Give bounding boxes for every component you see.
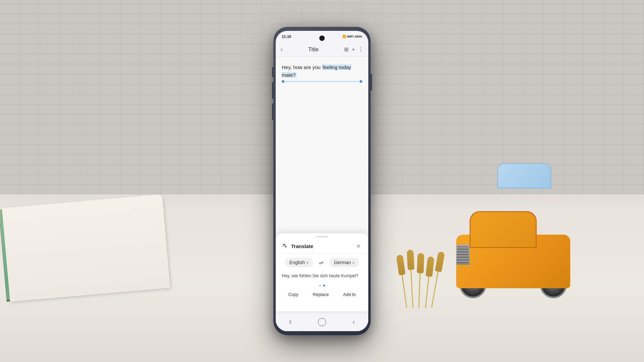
translated-text: Hey, wie fühlen Sie sich heute Kumpel? — [282, 273, 358, 278]
back-nav-icon[interactable]: ‹ — [353, 318, 355, 326]
camera-hole — [319, 36, 325, 41]
note-text-before: Hey, how are you — [282, 64, 322, 70]
bottom-navigation: ⦀ ‹ — [276, 312, 368, 331]
translate-header: Translate ✕ — [276, 237, 368, 254]
back-button[interactable]: ‹ — [280, 45, 283, 54]
menu-nav-icon[interactable]: ⦀ — [289, 319, 291, 325]
add-icon[interactable]: + — [352, 47, 355, 53]
selection-line — [282, 80, 362, 83]
magazine-pages — [2, 194, 171, 302]
add-to-button[interactable]: Add to — [338, 290, 361, 299]
target-language-label: German — [334, 260, 351, 265]
source-language-button[interactable]: English ∨ — [285, 258, 313, 267]
volume-up-button — [272, 82, 273, 99]
volume-silent-button — [272, 67, 273, 77]
replace-button[interactable]: Replace — [308, 290, 334, 299]
power-button — [371, 74, 372, 90]
translate-title: Translate — [291, 243, 313, 249]
dot-2 — [323, 285, 325, 287]
translation-result: Hey, wie fühlen Sie sich heute Kumpel? — [276, 271, 368, 283]
source-language-label: English — [289, 260, 305, 265]
translate-panel: Translate ✕ English ∨ ⇌ German ∨ — [276, 233, 368, 311]
navbar-actions: ⊞ + ⋮ — [344, 46, 364, 53]
selection-underline — [285, 81, 359, 82]
volume-down-button — [272, 103, 273, 120]
translate-actions: Copy Replace Add to — [276, 288, 368, 302]
target-language-chevron: ∨ — [352, 261, 355, 264]
drag-handle-area — [276, 233, 368, 237]
car-cabin — [470, 211, 537, 248]
language-selector-row: English ∨ ⇌ German ∨ — [276, 254, 368, 271]
drag-handle — [316, 236, 328, 237]
target-language-button[interactable]: German ∨ — [329, 258, 360, 267]
home-nav-icon[interactable] — [318, 318, 326, 326]
car-windshield — [497, 163, 551, 188]
selection-handle-left — [282, 80, 284, 83]
phone-body: 11:10 📶 WiFi 100% ‹ Title ⊞ + ⋮ — [273, 27, 371, 335]
page-dots — [276, 283, 368, 288]
dot-1 — [319, 285, 321, 287]
phone: 11:10 📶 WiFi 100% ‹ Title ⊞ + ⋮ — [273, 27, 371, 335]
page-title: Title — [308, 46, 319, 53]
translate-icon — [282, 243, 288, 249]
copy-button[interactable]: Copy — [283, 290, 304, 299]
toy-car-prop — [449, 208, 577, 302]
selection-handle-right — [360, 80, 362, 83]
translate-close-button[interactable]: ✕ — [354, 242, 362, 250]
note-content: Hey, how are you feeling today mate? — [282, 64, 362, 83]
book-icon[interactable]: ⊞ — [344, 46, 348, 53]
battery-icon: 100% — [355, 35, 362, 38]
status-time: 11:10 — [282, 35, 291, 39]
magazine-prop — [0, 201, 174, 302]
wifi-icon: WiFi — [347, 35, 354, 38]
app-navbar: ‹ Title ⊞ + ⋮ — [276, 42, 368, 57]
source-language-chevron: ∨ — [306, 261, 309, 264]
translate-title-row: Translate — [282, 243, 313, 249]
swap-languages-button[interactable]: ⇌ — [317, 258, 326, 267]
status-icons: 📶 WiFi 100% — [342, 35, 362, 38]
more-icon[interactable]: ⋮ — [358, 46, 364, 53]
sim-icon: 📶 — [342, 35, 346, 38]
wheat-prop — [392, 241, 460, 308]
phone-screen: 11:10 📶 WiFi 100% ‹ Title ⊞ + ⋮ — [276, 31, 368, 331]
